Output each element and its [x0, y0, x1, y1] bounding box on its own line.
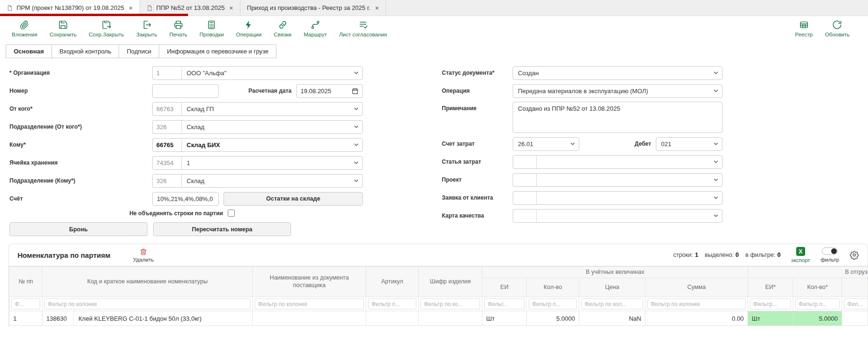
department-to-combobox[interactable]: 326 Склад	[152, 174, 363, 188]
column-filter-input[interactable]	[484, 298, 524, 309]
account-input[interactable]	[152, 192, 219, 206]
cell-price[interactable]: NaN	[579, 311, 645, 326]
from-value: Склад ГП	[182, 105, 350, 113]
calendar-icon	[352, 88, 359, 95]
project-combobox[interactable]	[513, 173, 722, 187]
status-combobox[interactable]: Создан	[513, 66, 722, 80]
cell-product-code[interactable]	[419, 311, 482, 326]
toolbar-approval-sheet-button[interactable]: Лист согласования	[333, 20, 393, 37]
toolbar-attachments-button[interactable]: Вложения	[6, 20, 43, 37]
from-combobox[interactable]: 66763 Склад ГП	[152, 102, 363, 116]
browser-tab-registry[interactable]: Приход из производства - Реестр за 2025 …	[241, 0, 386, 16]
toolbar-save-button[interactable]: Сохранить	[43, 20, 83, 37]
tab-close-icon[interactable]: ×	[229, 5, 233, 11]
delete-row-button[interactable]: Удалить	[133, 248, 154, 263]
tab-carrier-cargo-info[interactable]: Информация о перевозчике и грузе	[159, 44, 276, 58]
toolbar-links-button[interactable]: Связки	[267, 20, 297, 37]
column-filter-input[interactable]	[529, 298, 577, 309]
operation-combobox[interactable]: Передача материалов в эксплуатацию (МОЛ)	[513, 84, 722, 98]
column-header-product-code: Шифр изделия	[419, 267, 482, 297]
cell-ship-qty[interactable]: 5.0000	[793, 311, 842, 326]
column-filter-input[interactable]	[581, 298, 643, 309]
cost-account-combobox[interactable]: 26.01	[513, 137, 579, 151]
route-icon	[310, 20, 320, 30]
column-filter-input[interactable]	[11, 298, 40, 309]
column-filter-input[interactable]	[844, 298, 868, 309]
tab-close-icon[interactable]: ×	[375, 5, 379, 11]
cell-num[interactable]: 1	[9, 311, 43, 326]
toggle-switch-icon[interactable]	[822, 247, 838, 255]
calc-date-label: Расчетная дата	[249, 88, 292, 94]
recalculate-numbers-button[interactable]: Пересчитать номера	[153, 222, 291, 236]
toolbar-close-button[interactable]: Закрыть	[130, 20, 163, 37]
export-excel-button[interactable]: X экспорт	[791, 247, 810, 263]
column-header-cutoff	[842, 278, 868, 297]
checklist-icon	[358, 20, 368, 30]
gear-icon	[850, 250, 859, 260]
grid-settings-button[interactable]	[850, 250, 859, 260]
tab-signatures[interactable]: Подписи	[119, 44, 159, 58]
cell-code-name[interactable]: 138630 Клей KLEYBERG С-01-1 бидон 50л (3…	[43, 311, 253, 326]
department-from-combobox[interactable]: 326 Склад	[152, 120, 363, 134]
number-input[interactable]	[152, 84, 219, 98]
from-label: От кого*	[9, 105, 152, 112]
trash-icon	[139, 248, 147, 256]
cost-item-combobox[interactable]	[513, 155, 722, 169]
toolbar-save-close-button[interactable]: Сохр.Закрыть	[83, 20, 130, 37]
quality-card-combobox[interactable]	[513, 209, 722, 223]
cell-article[interactable]	[366, 311, 419, 326]
save-icon	[58, 20, 68, 30]
cell-unit[interactable]: Шт	[482, 311, 527, 326]
organization-combobox[interactable]: 1 ООО "Альфа"	[152, 66, 363, 80]
storage-cell-combobox[interactable]: 74354 1	[152, 156, 363, 170]
table-row[interactable]: 1 138630 Клей KLEYBERG С-01-1 бидон 50л …	[9, 311, 868, 326]
tab-main[interactable]: Основная	[6, 44, 52, 58]
column-filter-input[interactable]	[44, 298, 250, 309]
reserve-button[interactable]: Бронь	[9, 222, 147, 236]
tab-input-control[interactable]: Входной контроль	[52, 44, 119, 58]
toolbar-postings-button[interactable]: Проводки	[193, 20, 230, 37]
toolbar-operations-button[interactable]: Операции	[230, 20, 268, 37]
department-to-value: Склад	[182, 177, 350, 184]
organization-label: * Организация	[9, 70, 152, 76]
tab-close-icon[interactable]: ×	[129, 5, 133, 11]
column-filter-input[interactable]	[255, 298, 364, 309]
stock-remainders-button[interactable]: Остатки на складе	[223, 192, 363, 206]
cell-qty[interactable]: 5.0000	[527, 311, 579, 326]
cell-supplier-name[interactable]	[253, 311, 366, 326]
chevron-down-icon	[350, 124, 362, 130]
no-merge-checkbox[interactable]	[228, 210, 235, 217]
cell-ship-unit[interactable]: Шт	[748, 311, 793, 326]
no-merge-label: Не объединять строки по партии	[9, 210, 223, 217]
cell-sum[interactable]: 0.00	[645, 311, 748, 326]
column-filter-input[interactable]	[368, 298, 416, 309]
field-cost-account: Счет затрат 26.01 Дебет 021	[442, 137, 722, 151]
chevron-down-icon	[350, 70, 362, 76]
toolbar-refresh-button[interactable]: Обновить	[819, 20, 856, 37]
column-filter-input[interactable]	[647, 298, 746, 309]
cell-cutoff[interactable]	[842, 311, 868, 326]
column-filter-input[interactable]	[421, 298, 480, 309]
client-request-combobox[interactable]	[513, 191, 722, 205]
to-label: Кому*	[9, 141, 152, 148]
selected-count: 0	[736, 252, 739, 258]
toolbar-registry-button[interactable]: Реестр	[789, 20, 819, 37]
column-filter-input[interactable]	[750, 298, 791, 309]
department-from-value: Склад	[182, 123, 350, 131]
chain-link-icon	[278, 20, 288, 30]
column-header-qty: Кол-во	[527, 278, 579, 297]
toolbar-route-button[interactable]: Маршрут	[298, 20, 333, 37]
to-combobox[interactable]: 66765 Склад БИХ	[152, 138, 363, 152]
browser-tab-title: ПРМ (проект №138790) от 19.08.2025	[17, 4, 124, 11]
form-left-column: * Организация 1 ООО "Альфа" Номер Расчет…	[9, 66, 363, 236]
debit-combobox[interactable]: 021	[656, 137, 722, 151]
note-textarea[interactable]: Создано из ППР №52 от 13.08.2025	[513, 102, 722, 133]
chevron-down-icon	[350, 178, 362, 184]
calc-date-input[interactable]: 19.08.2025	[296, 84, 363, 98]
document-icon	[146, 5, 153, 11]
column-header-num: № пп	[9, 267, 43, 297]
cost-account-label: Счет затрат	[442, 140, 513, 147]
filter-toggle[interactable]: фильтр	[821, 247, 839, 263]
toolbar-print-button[interactable]: Печать	[163, 20, 194, 37]
column-filter-input[interactable]	[795, 298, 840, 309]
